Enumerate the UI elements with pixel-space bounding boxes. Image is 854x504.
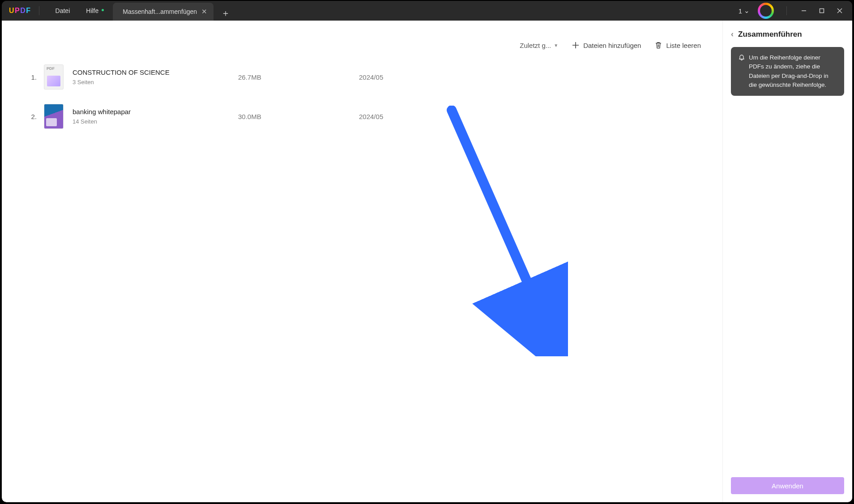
list-item[interactable]: 1. CONSTRUCTION OF SCIENCE 3 Seiten 26.7…	[19, 57, 705, 97]
file-title: banking whitepapar	[73, 108, 234, 115]
clear-list-label: Liste leeren	[666, 42, 701, 49]
plus-icon	[572, 41, 580, 49]
minimize-button[interactable]	[795, 4, 813, 17]
notification-dot-icon	[102, 9, 104, 11]
file-thumbnail-icon	[44, 104, 64, 129]
tabs: Massenhaft...ammenfügen ✕ ＋	[113, 1, 233, 21]
clear-list-button[interactable]: Liste leeren	[654, 41, 701, 49]
divider	[39, 6, 39, 15]
window-count-value: 1	[739, 7, 742, 15]
side-header: ‹ Zusammenführen	[731, 30, 844, 39]
list-toolbar: Zuletzt g... ▼ Dateien hinzufügen Liste …	[19, 41, 705, 57]
file-size: 30.0MB	[238, 113, 354, 120]
side-panel: ‹ Zusammenführen Um die Reihenfolge dein…	[722, 21, 852, 502]
window-count[interactable]: 1 ⌄	[735, 7, 753, 15]
file-list-panel: Zuletzt g... ▼ Dateien hinzufügen Liste …	[10, 33, 714, 494]
back-icon[interactable]: ‹	[731, 30, 734, 39]
file-pages: 3 Seiten	[73, 79, 234, 85]
main-area: Zuletzt g... ▼ Dateien hinzufügen Liste …	[2, 21, 722, 502]
tab-add-button[interactable]: ＋	[218, 5, 233, 21]
file-title: CONSTRUCTION OF SCIENCE	[73, 68, 234, 76]
tip-text: Um die Reihenfolge deiner PDFs zu ändern…	[749, 53, 837, 90]
tip-box: Um die Reihenfolge deiner PDFs zu ändern…	[731, 47, 844, 96]
close-icon[interactable]: ✕	[201, 8, 207, 16]
app-window: UPDF Datei Hilfe Massenhaft...ammenfügen…	[2, 1, 852, 502]
add-files-button[interactable]: Dateien hinzufügen	[572, 41, 641, 49]
list-item[interactable]: 2. banking whitepapar 14 Seiten 30.0MB 2…	[19, 97, 705, 136]
add-files-label: Dateien hinzufügen	[583, 42, 641, 49]
svg-rect-1	[820, 9, 824, 13]
row-number: 2.	[21, 113, 39, 120]
apply-button[interactable]: Anwenden	[731, 477, 844, 494]
bell-icon	[738, 54, 745, 61]
tab-batch-merge[interactable]: Massenhaft...ammenfügen ✕	[113, 3, 214, 21]
file-size: 26.7MB	[238, 73, 354, 81]
tab-label: Massenhaft...ammenfügen	[123, 8, 197, 15]
divider	[786, 6, 787, 15]
body: Zuletzt g... ▼ Dateien hinzufügen Liste …	[2, 21, 852, 502]
avatar[interactable]	[758, 3, 774, 19]
sort-dropdown[interactable]: Zuletzt g... ▼	[520, 42, 558, 49]
file-meta: CONSTRUCTION OF SCIENCE 3 Seiten	[73, 68, 234, 85]
close-button[interactable]	[831, 4, 849, 17]
file-rows: 1. CONSTRUCTION OF SCIENCE 3 Seiten 26.7…	[19, 57, 705, 486]
app-logo: UPDF	[9, 7, 31, 15]
window-controls	[795, 4, 849, 17]
maximize-button[interactable]	[813, 4, 831, 17]
menu-file[interactable]: Datei	[47, 7, 78, 14]
menu-help-label: Hilfe	[86, 7, 98, 14]
trash-icon	[654, 41, 662, 49]
titlebar: UPDF Datei Hilfe Massenhaft...ammenfügen…	[2, 1, 852, 21]
sort-label: Zuletzt g...	[520, 42, 551, 49]
row-number: 1.	[21, 73, 39, 81]
caret-down-icon: ▼	[554, 43, 558, 48]
file-date: 2024/05	[359, 113, 703, 120]
chevron-down-icon: ⌄	[744, 7, 750, 15]
file-pages: 14 Seiten	[73, 118, 234, 125]
side-title: Zusammenführen	[738, 30, 802, 39]
file-date: 2024/05	[359, 73, 703, 81]
file-thumbnail-icon	[44, 64, 64, 90]
file-meta: banking whitepapar 14 Seiten	[73, 108, 234, 125]
menu-help[interactable]: Hilfe	[78, 7, 107, 14]
